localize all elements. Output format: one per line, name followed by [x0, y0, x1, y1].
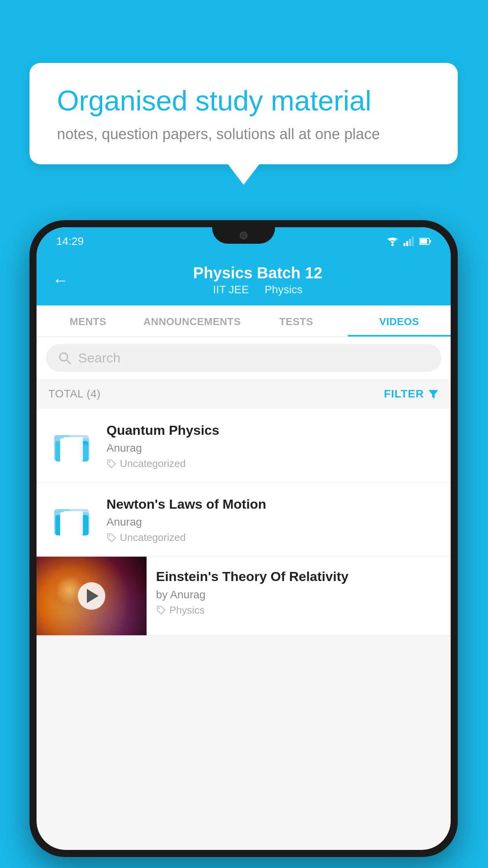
video-thumbnail-1: [48, 421, 95, 469]
video-info-2: Newton's Laws of Motion Anurag Uncategor…: [106, 495, 439, 544]
svg-rect-7: [430, 240, 431, 243]
header-subtitle-subject: Physics: [264, 283, 302, 296]
phone-notch: [212, 227, 275, 244]
header-subtitle: IIT JEE Physics: [81, 283, 435, 296]
svg-rect-22: [60, 512, 80, 537]
tab-tests[interactable]: TESTS: [245, 305, 348, 337]
search-input[interactable]: Search: [78, 350, 121, 366]
svg-rect-3: [406, 241, 408, 246]
svg-rect-4: [409, 239, 411, 246]
front-camera: [240, 232, 248, 239]
battery-icon: [419, 237, 431, 245]
svg-rect-8: [420, 239, 427, 244]
app-header: ← Physics Batch 12 IIT JEE Physics: [37, 256, 451, 305]
header-subtitle-course: IIT JEE: [213, 283, 249, 296]
back-button[interactable]: ←: [52, 272, 69, 289]
play-icon: [87, 589, 99, 603]
video-author: Anurag: [106, 442, 439, 454]
svg-marker-11: [429, 390, 438, 399]
phone-mockup: 14:29: [29, 220, 458, 857]
speech-bubble-subtitle: notes, question papers, solutions all at…: [57, 126, 430, 143]
video-thumbnail-2: [48, 495, 95, 542]
speech-bubble-title: Organised study material: [57, 85, 430, 117]
svg-rect-15: [60, 438, 80, 463]
search-icon: [58, 351, 72, 365]
phone-body: 14:29: [29, 220, 458, 857]
video-author: by Anurag: [156, 588, 441, 601]
video-thumbnail-einstein: [37, 557, 147, 635]
tab-ments[interactable]: MENTS: [37, 305, 139, 337]
folder-icon: [52, 499, 92, 539]
tabs-bar: MENTS ANNOUNCEMENTS TESTS VIDEOS: [37, 305, 451, 337]
filter-icon: [428, 388, 439, 399]
video-info-1: Quantum Physics Anurag Uncategorized: [106, 421, 439, 470]
svg-point-23: [109, 535, 110, 537]
svg-point-1: [391, 244, 394, 246]
tag-icon: [156, 605, 166, 615]
signal-icon: [404, 237, 415, 246]
video-title: Newton's Laws of Motion: [106, 495, 439, 513]
video-author: Anurag: [106, 516, 439, 528]
tab-videos[interactable]: VIDEOS: [348, 305, 451, 337]
list-item[interactable]: Newton's Laws of Motion Anurag Uncategor…: [37, 483, 451, 557]
svg-rect-2: [404, 243, 405, 246]
speech-bubble-card: Organised study material notes, question…: [29, 63, 458, 164]
svg-point-16: [109, 461, 110, 463]
filter-bar: TOTAL (4) FILTER: [37, 379, 451, 409]
filter-button[interactable]: FILTER: [384, 388, 439, 400]
video-info-einstein: Einstein's Theory Of Relativity by Anura…: [147, 557, 451, 627]
tag-label: Uncategorized: [120, 531, 186, 544]
header-title: Physics Batch 12: [81, 264, 435, 282]
tag-label: Uncategorized: [120, 458, 186, 470]
search-bar-container: Search: [37, 337, 451, 379]
video-title: Quantum Physics: [106, 421, 439, 439]
svg-point-24: [158, 607, 160, 609]
video-title: Einstein's Theory Of Relativity: [156, 568, 441, 585]
play-button[interactable]: [78, 582, 105, 610]
list-item[interactable]: Quantum Physics Anurag Uncategorized: [37, 409, 451, 483]
video-list: Quantum Physics Anurag Uncategorized: [37, 409, 451, 636]
phone-screen: 14:29: [37, 227, 451, 850]
svg-marker-0: [390, 241, 395, 244]
status-time: 14:29: [56, 235, 84, 248]
video-tag: Uncategorized: [106, 458, 439, 470]
total-count: TOTAL (4): [48, 388, 101, 400]
tag-label: Physics: [169, 604, 205, 616]
video-tag: Physics: [156, 604, 441, 616]
header-title-area: Physics Batch 12 IIT JEE Physics: [81, 264, 435, 296]
wifi-icon: [386, 237, 399, 246]
tab-announcements[interactable]: ANNOUNCEMENTS: [139, 305, 245, 337]
svg-line-10: [66, 360, 70, 364]
filter-label: FILTER: [384, 388, 424, 400]
video-tag: Uncategorized: [106, 531, 439, 544]
svg-rect-5: [412, 237, 414, 246]
tag-icon: [106, 533, 117, 543]
tag-icon: [106, 459, 117, 469]
search-bar[interactable]: Search: [46, 344, 441, 372]
status-icons: [386, 237, 431, 246]
list-item[interactable]: Einstein's Theory Of Relativity by Anura…: [37, 557, 451, 636]
status-bar: 14:29: [37, 227, 451, 256]
folder-icon: [52, 425, 92, 465]
